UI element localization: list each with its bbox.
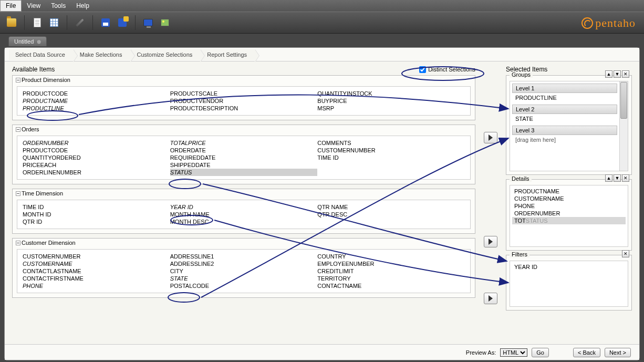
move-up-button[interactable]: ▲ bbox=[605, 174, 612, 182]
field-item[interactable]: PRODUCTNAME bbox=[23, 97, 170, 105]
details-body[interactable]: PRODUCTNAMECUSTOMERNAMEPHONEORDERNUMBERT… bbox=[510, 185, 628, 247]
groups-body[interactable]: Level 1PRODUCTLINELevel 2STATELevel 3[dr… bbox=[510, 81, 628, 171]
save-as-button[interactable] bbox=[115, 15, 130, 30]
field-item[interactable]: QUANTITYINSTOCK bbox=[317, 90, 465, 97]
image-button[interactable] bbox=[158, 15, 172, 30]
preview-as-select[interactable]: HTML bbox=[500, 348, 527, 357]
field-item[interactable]: COMMENTS bbox=[317, 139, 465, 147]
collapse-icon[interactable]: − bbox=[16, 127, 20, 132]
move-up-button[interactable]: ▲ bbox=[605, 70, 612, 78]
open-button[interactable] bbox=[4, 15, 19, 30]
field-item[interactable]: PHONE bbox=[23, 282, 170, 289]
field-item[interactable]: CONTACTNAME bbox=[317, 282, 465, 289]
field-item[interactable]: STATE bbox=[170, 275, 318, 282]
menu-tools[interactable]: Tools bbox=[46, 1, 71, 11]
field-item[interactable]: QTR ID bbox=[23, 218, 170, 225]
field-item[interactable]: BUYPRICE bbox=[317, 97, 465, 105]
add-to-groups-button[interactable] bbox=[484, 132, 497, 143]
field-item[interactable]: REQUIREDDATE bbox=[170, 154, 318, 161]
breadcrumb-step-3[interactable]: Customize Selections bbox=[131, 49, 201, 60]
filters-body[interactable]: YEAR ID bbox=[510, 261, 628, 307]
back-button[interactable]: < Back bbox=[573, 348, 600, 357]
collapse-icon[interactable]: − bbox=[16, 78, 20, 82]
field-item[interactable]: PRODUCTVENDOR bbox=[170, 97, 318, 105]
field-item[interactable]: TIME ID bbox=[23, 203, 170, 211]
menu-view[interactable]: View bbox=[22, 1, 46, 11]
field-item[interactable]: POSTALCODE bbox=[170, 282, 318, 289]
field-item[interactable]: PRODUCTLINE bbox=[23, 105, 170, 112]
distinct-selections-label[interactable]: Distinct Selections bbox=[419, 66, 475, 73]
edit-button[interactable] bbox=[72, 15, 87, 30]
menu-help[interactable]: Help bbox=[71, 1, 95, 11]
save-button[interactable] bbox=[98, 15, 113, 30]
field-item[interactable]: CUSTOMERNUMBER bbox=[317, 147, 465, 154]
group-level-header[interactable]: Level 2 bbox=[512, 105, 617, 114]
new-doc-button[interactable] bbox=[30, 15, 45, 30]
menu-file[interactable]: File bbox=[0, 0, 22, 12]
remove-button[interactable]: ✕ bbox=[622, 174, 629, 182]
group-level-header[interactable]: Level 3 bbox=[512, 126, 617, 135]
distinct-selections-checkbox[interactable] bbox=[419, 66, 426, 73]
field-item[interactable]: PRODUCTCODE bbox=[23, 90, 170, 97]
field-item[interactable]: QUANTITYORDERED bbox=[23, 154, 170, 161]
field-item[interactable]: ADDRESSLINE2 bbox=[170, 260, 318, 267]
field-item[interactable]: ORDERNUMBER bbox=[23, 139, 170, 147]
monitor-button[interactable] bbox=[141, 15, 155, 30]
field-item[interactable]: ORDERDATE bbox=[170, 147, 318, 154]
remove-button[interactable]: ✕ bbox=[622, 250, 629, 257]
field-item[interactable]: PRODUCTDESCRIPTION bbox=[170, 105, 318, 112]
detail-item[interactable]: CUSTOMERNAME bbox=[512, 195, 626, 202]
breadcrumb-step-4[interactable]: Report Settings bbox=[201, 49, 255, 60]
detail-item[interactable]: PHONE bbox=[512, 202, 626, 210]
move-down-button[interactable]: ▼ bbox=[614, 174, 621, 182]
add-to-filters-button[interactable] bbox=[484, 293, 497, 304]
field-item[interactable]: CUSTOMERNUMBER bbox=[23, 253, 170, 260]
field-item[interactable]: COUNTRY bbox=[317, 253, 465, 260]
remove-button[interactable]: ✕ bbox=[622, 70, 629, 78]
scrollbar[interactable] bbox=[619, 81, 628, 171]
field-item[interactable]: MONTH ID bbox=[23, 211, 170, 218]
group-level-item[interactable]: PRODUCTLINE bbox=[512, 94, 617, 101]
field-item[interactable]: CONTACTFIRSTNAME bbox=[23, 275, 170, 282]
detail-item[interactable]: ORDERNUMBER bbox=[512, 210, 626, 217]
field-item[interactable]: TIME ID bbox=[317, 154, 465, 161]
field-item[interactable]: TOTALPRICE bbox=[170, 139, 318, 147]
group-level-header[interactable]: Level 1 bbox=[512, 84, 617, 93]
field-item[interactable]: PRODUCTCODE bbox=[23, 147, 170, 154]
add-to-details-button[interactable] bbox=[484, 236, 497, 247]
field-item[interactable]: CREDITLIMIT bbox=[317, 267, 465, 275]
detail-item[interactable]: PRODUCTNAME bbox=[512, 188, 626, 195]
field-group-legend[interactable]: −Customer Dimension bbox=[13, 239, 475, 247]
field-item[interactable]: QTR DESC bbox=[317, 211, 465, 218]
field-item[interactable]: SHIPPEDDATE bbox=[170, 161, 318, 169]
breadcrumb-step-2[interactable]: Make Selections bbox=[74, 49, 131, 60]
breadcrumb-step-1[interactable]: Select Data Source bbox=[9, 49, 74, 60]
go-button[interactable]: Go bbox=[532, 348, 549, 357]
close-icon[interactable]: ⊗ bbox=[37, 39, 41, 45]
group-level-item[interactable]: STATE bbox=[512, 115, 617, 122]
field-item[interactable]: MSRP bbox=[317, 105, 465, 112]
move-down-button[interactable]: ▼ bbox=[614, 70, 621, 78]
field-item[interactable]: CONTACTLASTNAME bbox=[23, 267, 170, 275]
document-tab[interactable]: Untitled ⊗ bbox=[8, 36, 47, 46]
field-item[interactable]: PRODUCTSCALE bbox=[170, 90, 318, 97]
detail-item[interactable]: TOTSTATUS bbox=[512, 217, 626, 224]
field-item[interactable]: MONTH NAME bbox=[170, 211, 318, 218]
field-group-legend[interactable]: −Time Dimension bbox=[13, 189, 475, 198]
field-item[interactable]: ORDERLINENUMBER bbox=[23, 169, 170, 176]
scrollbar-thumb[interactable] bbox=[620, 82, 627, 119]
field-item[interactable]: YEAR ID bbox=[170, 203, 318, 211]
field-item[interactable]: PRICEEACH bbox=[23, 161, 170, 169]
filter-item[interactable]: YEAR ID bbox=[512, 263, 626, 271]
field-item[interactable]: ADDRESSLINE1 bbox=[170, 253, 318, 260]
field-item[interactable]: EMPLOYEENUMBER bbox=[317, 260, 465, 267]
field-group-legend[interactable]: −Orders bbox=[13, 125, 475, 133]
collapse-icon[interactable]: − bbox=[16, 191, 20, 196]
next-button[interactable]: Next > bbox=[605, 348, 631, 357]
field-item[interactable]: CUSTOMERNAME bbox=[23, 260, 170, 267]
field-item[interactable]: QTR NAME bbox=[317, 203, 465, 211]
field-group-legend[interactable]: −Product Dimension bbox=[13, 76, 475, 84]
new-grid-button[interactable] bbox=[47, 15, 61, 30]
field-item[interactable]: MONTH DESC bbox=[170, 218, 318, 225]
field-item[interactable]: CITY bbox=[170, 267, 318, 275]
